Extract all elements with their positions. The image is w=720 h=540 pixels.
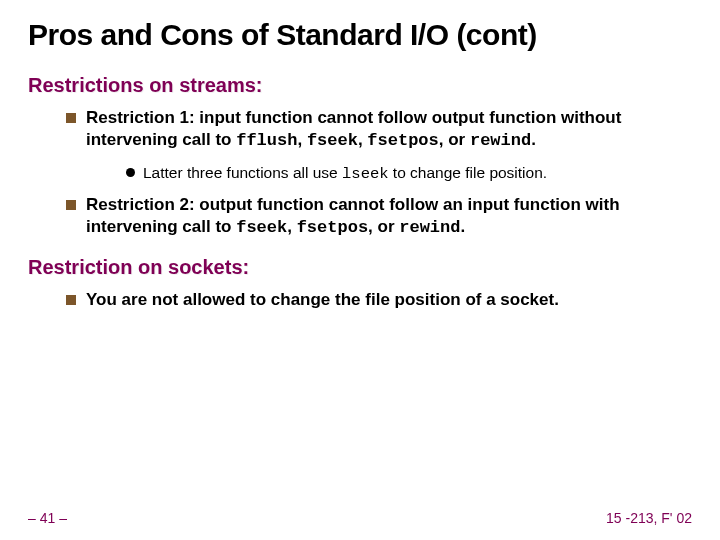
subitem-text: Latter three functions all use lseek to … [143, 163, 547, 184]
code: fsetpos [367, 131, 438, 150]
item-text: You are not allowed to change the file p… [86, 289, 692, 311]
items-streams: Restriction 1: input function cannot fol… [66, 107, 692, 240]
square-bullet-icon [66, 295, 76, 305]
code: rewind [470, 131, 531, 150]
text: , [297, 130, 306, 149]
text: , or [368, 217, 399, 236]
list-item: You are not allowed to change the file p… [66, 289, 692, 311]
square-bullet-icon [66, 200, 76, 210]
code: fflush [236, 131, 297, 150]
text: Latter three functions all use [143, 164, 342, 181]
text: . [531, 130, 536, 149]
section-heading-streams: Restrictions on streams: [28, 74, 692, 97]
page-title: Pros and Cons of Standard I/O (cont) [28, 18, 692, 52]
square-bullet-icon [66, 113, 76, 123]
code: fsetpos [297, 218, 368, 237]
disc-bullet-icon [126, 168, 135, 177]
text: , or [439, 130, 470, 149]
items-sockets: You are not allowed to change the file p… [66, 289, 692, 311]
text: to change file position. [389, 164, 548, 181]
text: , [358, 130, 367, 149]
code: fseek [307, 131, 358, 150]
page-number: – 41 – [28, 510, 67, 526]
item-text: Restriction 2: output function cannot fo… [86, 194, 692, 240]
subitems: Latter three functions all use lseek to … [126, 163, 692, 184]
course-label: 15 -213, F' 02 [606, 510, 692, 526]
text: . [460, 217, 465, 236]
code: lseek [342, 165, 389, 183]
sub-list-item: Latter three functions all use lseek to … [126, 163, 692, 184]
code: fseek [236, 218, 287, 237]
footer: – 41 – 15 -213, F' 02 [28, 510, 692, 526]
section-heading-sockets: Restriction on sockets: [28, 256, 692, 279]
item-text: Restriction 1: input function cannot fol… [86, 107, 692, 153]
slide: Pros and Cons of Standard I/O (cont) Res… [0, 0, 720, 540]
list-item: Restriction 2: output function cannot fo… [66, 194, 692, 240]
text: , [287, 217, 296, 236]
list-item: Restriction 1: input function cannot fol… [66, 107, 692, 153]
code: rewind [399, 218, 460, 237]
